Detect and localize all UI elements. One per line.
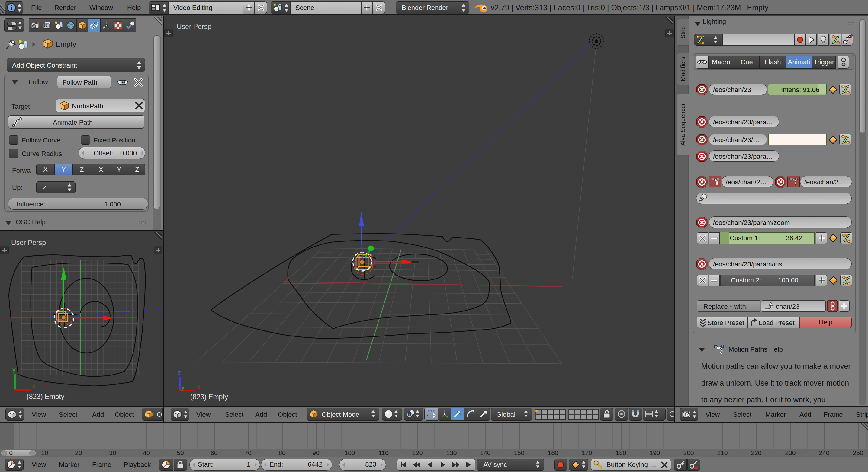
svg-text:i: i (10, 4, 13, 11)
svg-text:User Persp: User Persp (177, 23, 211, 31)
svg-text:y: y (12, 366, 16, 373)
svg-text:y: y (181, 383, 185, 391)
svg-text:x: x (197, 383, 200, 391)
svg-text:x: x (32, 382, 36, 390)
svg-text:(823) Empty: (823) Empty (190, 393, 228, 401)
svg-text:User Persp: User Persp (11, 239, 46, 246)
svg-text:z: z (178, 369, 181, 376)
svg-text:(823) Empty: (823) Empty (27, 393, 65, 401)
